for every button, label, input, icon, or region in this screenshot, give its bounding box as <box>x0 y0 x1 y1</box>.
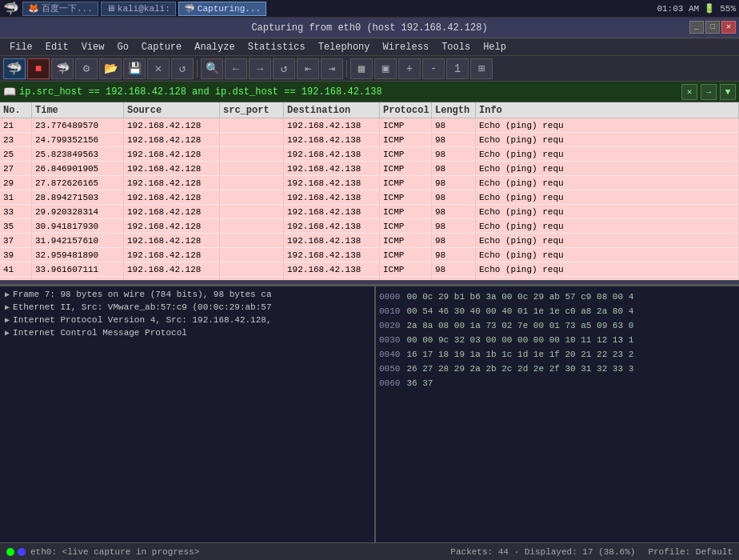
detail-arrow-icon: ▶ <box>5 290 10 299</box>
detail-arrow-icon: ▶ <box>5 302 10 312</box>
cell-source: 192.168.42.128 <box>124 262 220 277</box>
cell-protocol: ICMP <box>380 248 432 262</box>
zoom-reset-btn[interactable]: 1 <box>446 58 469 79</box>
table-row[interactable]: 25 25.823849563 192.168.42.128 192.168.4… <box>0 147 739 162</box>
next-btn[interactable]: ⇥ <box>321 58 343 79</box>
menu-go[interactable]: Go <box>110 40 134 54</box>
stop-capture-btn[interactable]: ■ <box>27 58 50 79</box>
system-taskbar: 🦈 🦊 百度一下... 🖥 kali@kali: 🦈 Capturing... … <box>0 0 739 18</box>
cell-length: 98 <box>432 118 476 133</box>
cell-info: Echo (ping) requ <box>476 219 739 234</box>
jump-btn[interactable]: ↺ <box>273 58 295 79</box>
menu-file[interactable]: File <box>3 40 39 54</box>
menu-help[interactable]: Help <box>477 40 513 54</box>
forward-btn[interactable]: → <box>249 58 271 79</box>
sys-tray: 01:03 AM 🔋 55% <box>657 3 736 14</box>
table-row[interactable]: 21 23.776489570 192.168.42.128 192.168.4… <box>0 118 739 133</box>
back-btn[interactable]: ← <box>225 58 247 79</box>
detail-item[interactable]: ▶Ethernet II, Src: VMware_ab:57:c9 (00:0… <box>2 301 373 314</box>
cell-time: 27.872626165 <box>32 176 124 190</box>
filter-arrow-btn[interactable]: → <box>701 84 717 100</box>
cell-srcport <box>220 248 284 262</box>
minimize-btn[interactable]: _ <box>689 21 704 34</box>
table-row[interactable]: 41 33.961607111 192.168.42.128 192.168.4… <box>0 262 739 277</box>
table-row[interactable]: 39 32.959481890 192.168.42.128 192.168.4… <box>0 248 739 262</box>
detail-item[interactable]: ▶Internet Control Message Protocol <box>2 326 373 339</box>
cell-no: 41 <box>0 262 32 277</box>
cell-time: 32.959481890 <box>32 248 124 262</box>
table-row[interactable]: 37 31.942157610 192.168.42.128 192.168.4… <box>0 234 739 248</box>
cell-protocol: ICMP <box>380 133 432 147</box>
cell-info: Echo (ping) requ <box>476 162 739 176</box>
taskbar-items: 🦊 百度一下... 🖥 kali@kali: 🦈 Capturing... <box>22 2 657 16</box>
color-btn[interactable]: ▣ <box>374 58 397 79</box>
table-row[interactable]: 33 29.920328314 192.168.42.128 192.168.4… <box>0 205 739 219</box>
detail-item[interactable]: ▶Frame 7: 98 bytes on wire (784 bits), 9… <box>2 288 373 301</box>
wireshark-icon: 🦈 <box>3 1 19 17</box>
cell-source: 192.168.42.128 <box>124 162 220 176</box>
cell-source: 192.168.42.128 <box>124 248 220 262</box>
table-row[interactable]: 31 28.894271503 192.168.42.128 192.168.4… <box>0 190 739 205</box>
menu-wireless[interactable]: Wireless <box>377 40 436 54</box>
titlebar: Capturing from eth0 (host 192.168.42.128… <box>0 18 739 38</box>
cell-source: 192.168.42.128 <box>124 147 220 162</box>
bottom-panels: ▶Frame 7: 98 bytes on wire (784 bits), 9… <box>0 285 739 560</box>
menu-telephony[interactable]: Telephony <box>312 40 377 54</box>
detail-item-text: Frame 7: 98 bytes on wire (784 bits), 98… <box>13 290 271 299</box>
open-file-btn[interactable]: 📂 <box>99 58 122 79</box>
table-row[interactable]: 35 30.941817930 192.168.42.128 192.168.4… <box>0 219 739 234</box>
menu-statistics[interactable]: Statistics <box>242 40 312 54</box>
filter-input[interactable] <box>19 86 678 98</box>
close-btn[interactable]: ✕ <box>721 21 736 34</box>
battery-icon: 🔋 <box>704 3 715 14</box>
cell-destination: 192.168.42.138 <box>284 133 380 147</box>
save-btn[interactable]: 💾 <box>123 58 146 79</box>
cell-time: 25.823849563 <box>32 147 124 162</box>
resize-columns-btn[interactable]: ⊞ <box>470 58 493 79</box>
cell-destination: 192.168.42.138 <box>284 147 380 162</box>
blue-dot <box>18 548 26 556</box>
table-row[interactable]: 27 26.846901905 192.168.42.128 192.168.4… <box>0 162 739 176</box>
reload-btn[interactable]: ↺ <box>171 58 194 79</box>
col-header-srcport: src_port <box>220 102 284 118</box>
menu-capture[interactable]: Capture <box>135 40 188 54</box>
menu-analyze[interactable]: Analyze <box>188 40 241 54</box>
battery-level: 55% <box>720 4 736 14</box>
maximize-btn[interactable]: □ <box>705 21 720 34</box>
cell-source: 192.168.42.128 <box>124 219 220 234</box>
cell-protocol: ICMP <box>380 162 432 176</box>
menu-tools[interactable]: Tools <box>435 40 477 54</box>
toolbar-sep2 <box>346 60 347 78</box>
packet-list-header: No. Time Source src_port Destination Pro… <box>0 102 739 118</box>
table-row[interactable]: 29 27.872626165 192.168.42.128 192.168.4… <box>0 176 739 190</box>
close-file-btn[interactable]: ✕ <box>147 58 170 79</box>
columns-btn[interactable]: ▦ <box>350 58 373 79</box>
interface-status: eth0: <live capture in progress> <box>30 547 450 557</box>
autoscroll-btn[interactable]: + <box>398 58 421 79</box>
col-header-source: Source <box>124 102 220 118</box>
cell-srcport <box>220 262 284 277</box>
prev-btn[interactable]: ⇤ <box>297 58 319 79</box>
taskbar-item-wireshark[interactable]: 🦈 Capturing... <box>178 2 266 16</box>
detail-item[interactable]: ▶Internet Protocol Version 4, Src: 192.1… <box>2 314 373 326</box>
menubar: File Edit View Go Capture Analyze Statis… <box>0 38 739 56</box>
cell-srcport <box>220 205 284 219</box>
menu-view[interactable]: View <box>75 40 111 54</box>
cell-no: 23 <box>0 133 32 147</box>
taskbar-item-firefox[interactable]: 🦊 百度一下... <box>22 2 98 16</box>
cell-source: 192.168.42.128 <box>124 190 220 205</box>
cell-srcport <box>220 176 284 190</box>
capture-options-btn[interactable]: ⚙ <box>75 58 98 79</box>
table-row[interactable]: 23 24.799352156 192.168.42.128 192.168.4… <box>0 133 739 147</box>
cell-length: 98 <box>432 176 476 190</box>
filter-clear-btn[interactable]: ✕ <box>681 84 697 100</box>
cell-length: 98 <box>432 190 476 205</box>
zoom-in-btn[interactable]: - <box>422 58 445 79</box>
taskbar-item-terminal[interactable]: 🖥 kali@kali: <box>101 2 176 16</box>
window-controls: _ □ ✕ <box>689 21 736 34</box>
zoom-out-btn[interactable]: 🔍 <box>201 58 223 79</box>
filter-dropdown-btn[interactable]: ▼ <box>720 84 736 100</box>
restart-capture-btn[interactable]: 🦈 <box>51 58 74 79</box>
menu-edit[interactable]: Edit <box>39 40 75 54</box>
cell-destination: 192.168.42.138 <box>284 162 380 176</box>
